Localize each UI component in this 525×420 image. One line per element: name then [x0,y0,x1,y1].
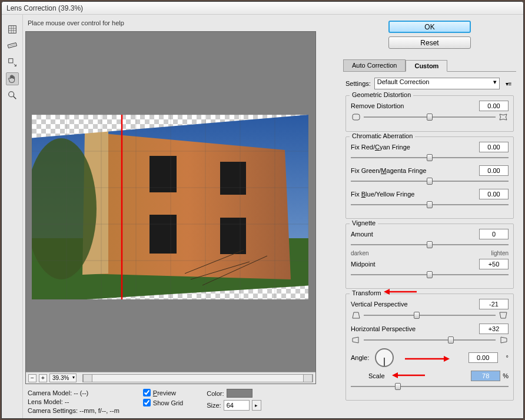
hperspective-left-icon [351,335,361,345]
settings-dropdown[interactable]: Default Correction▾ [374,78,500,89]
svg-marker-17 [32,115,308,299]
svg-marker-35 [384,289,390,295]
zoom-in-button[interactable]: + [39,374,47,382]
vignette-group: Vignette Amount darkenlighten Midpoint [345,224,514,289]
vignette-title: Vignette [350,219,378,226]
preview-footer: − + 39.3% [26,372,315,384]
svg-marker-41 [444,356,450,362]
vignette-amount-label: Amount [351,231,479,238]
annotation-arrow-scale [391,371,426,380]
preview-label: review [157,389,176,396]
main-content: Place mouse over control for help [2,15,523,418]
move-grid-tool-icon[interactable] [6,56,19,69]
angle-input[interactable] [468,352,498,363]
size-label: Size: [207,402,221,409]
tool-toolbar [2,15,23,418]
grid-size-dropdown-arrow[interactable]: ▸ [252,400,261,411]
remove-distortion-slider[interactable] [364,113,496,121]
hperspective-right-icon [498,335,509,345]
geometric-distortion-group: Geometric Distortion Remove Distortion [345,95,514,132]
correction-tabs: Auto Correction Custom [343,59,516,72]
svg-rect-0 [8,26,16,34]
image-canvas[interactable] [32,115,308,299]
show-grid-checkbox[interactable] [143,399,151,406]
lens-correction-window: Lens Correction (39.3%) Place mouse over… [1,1,524,419]
vperspective-top-icon [351,311,361,320]
vignette-midpoint-slider[interactable] [351,271,509,279]
svg-marker-38 [353,337,358,343]
tab-custom[interactable]: Custom [406,60,447,72]
vignette-amount-input[interactable] [479,229,509,239]
remove-distortion-label: Remove Distortion [351,102,479,109]
show-grid-label: Show Grid [153,399,183,406]
horizontal-perspective-slider[interactable] [364,336,496,344]
color-label: Color: [207,390,224,397]
remove-distortion-input[interactable] [479,101,509,111]
chromatic-aberration-group: Chromatic Aberration Fix Red/Cyan Fringe… [345,136,514,219]
angle-dial[interactable] [375,348,394,367]
zoom-out-button[interactable]: − [28,374,36,382]
vperspective-bottom-icon [498,311,509,320]
help-text: Place mouse over control for help [23,15,341,31]
preview-image [32,115,308,299]
remove-distortion-tool-icon[interactable] [6,23,19,36]
settings-menu-icon[interactable]: ▾≡ [503,81,514,87]
reset-button[interactable]: Reset [388,36,471,49]
ok-button[interactable]: OK [388,21,471,33]
svg-point-3 [8,92,14,97]
preview-checkbox-row[interactable]: Preview [143,389,183,396]
window-title: Lens Correction (39.3%) [6,4,83,12]
vertical-perspective-slider[interactable] [364,311,496,319]
vertical-perspective-label: Vertical Perspective [351,301,479,308]
transform-title: Transform [350,289,384,296]
blue-yellow-slider[interactable] [351,201,509,209]
angle-unit: ° [506,354,509,361]
info-row: Camera Model: -- (--) Lens Model: -- Cam… [23,384,341,415]
window-titlebar[interactable]: Lens Correction (39.3%) [2,2,523,15]
vignette-midpoint-input[interactable] [479,259,509,269]
camera-model-text: Camera Model: -- (--) [28,389,119,398]
zoom-tool-icon[interactable] [6,89,19,102]
hand-tool-icon[interactable] [6,72,19,85]
svg-rect-33 [353,114,360,120]
scale-label: Scale [368,372,385,379]
settings-label: Settings: [345,80,371,87]
grid-size-input[interactable] [224,400,250,411]
horizontal-perspective-label: Horizontal Perspective [351,325,479,332]
svg-marker-39 [501,337,507,343]
vignette-amount-slider[interactable] [351,241,509,249]
geometric-title: Geometric Distortion [350,91,413,98]
horizontal-perspective-input[interactable] [479,324,509,334]
chromatic-title: Chromatic Aberration [350,132,415,139]
camera-settings-text: Camera Settings: --mm, f/--, --m [28,406,119,415]
green-magenta-input[interactable] [479,165,509,176]
svg-line-4 [13,96,16,99]
lens-model-text: Lens Model: -- [28,398,119,406]
scale-slider[interactable] [351,382,509,391]
green-magenta-label: Fix Green/Magenta Fringe [351,167,479,174]
svg-marker-43 [392,372,398,378]
red-cyan-slider[interactable] [351,154,509,162]
custom-tab-body: Settings: Default Correction▾ ▾≡ Geometr… [343,72,516,414]
barrel-icon [351,112,361,122]
vignette-darken-label: darken [351,250,369,256]
center-panel: Place mouse over control for help [23,15,341,418]
canvas-wrap[interactable] [26,32,315,372]
vertical-perspective-input[interactable] [479,299,509,309]
vignette-midpoint-label: Midpoint [351,261,479,268]
scale-input[interactable] [471,371,500,381]
straighten-tool-icon[interactable] [6,39,19,52]
green-magenta-slider[interactable] [351,177,509,185]
red-cyan-input[interactable] [479,142,509,152]
zoom-level-dropdown[interactable]: 39.3% [49,374,77,382]
blue-yellow-input[interactable] [479,189,509,199]
show-grid-checkbox-row[interactable]: Show Grid [143,399,183,406]
vignette-lighten-label: lighten [491,250,509,256]
preview-checkbox[interactable] [143,389,151,396]
camera-info: Camera Model: -- (--) Lens Model: -- Cam… [28,389,119,415]
annotation-arrow-angle [404,354,451,364]
horizontal-scrollbar[interactable] [82,374,313,382]
transform-group: Transform Vertical Perspective Horizonta… [345,294,514,401]
tab-auto-correction[interactable]: Auto Correction [343,59,406,71]
grid-color-swatch[interactable] [227,389,252,398]
